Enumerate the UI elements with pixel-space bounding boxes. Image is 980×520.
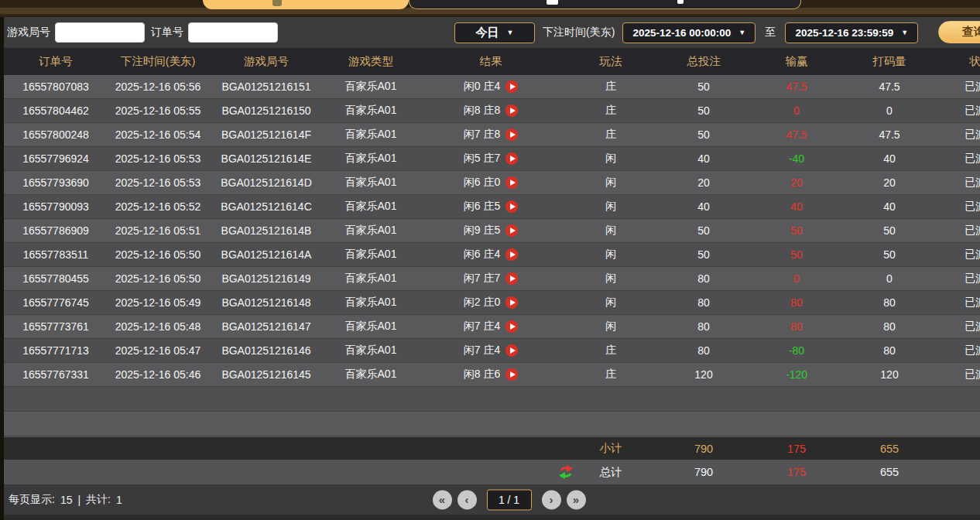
cell-status: 已派彩 — [936, 272, 980, 286]
tab-active[interactable] — [203, 0, 409, 9]
cell-bet-time: 2025-12-16 05:53 — [108, 152, 208, 165]
play-replay-icon[interactable] — [505, 200, 518, 213]
cell-game-round: BGA01251216148 — [208, 296, 324, 309]
cell-game-round: BGA01251216145 — [208, 368, 324, 381]
table-row[interactable]: 16557790093 2025-12-16 05:52 BGA01251216… — [4, 195, 980, 219]
subtotal-turnover: 655 — [843, 443, 936, 455]
cell-game-round: BGA01251216151 — [208, 80, 324, 93]
cell-play: 闲 — [564, 152, 657, 166]
result-text: 闲8 庄8 — [464, 104, 500, 118]
cell-play: 庄 — [564, 368, 657, 381]
end-time-dropdown[interactable]: 2025-12-16 23:59:59 ▼ — [785, 22, 918, 43]
table-row[interactable]: 16557804462 2025-12-16 05:55 BGA01251216… — [4, 99, 980, 123]
header-result: 结果 — [417, 54, 564, 69]
play-replay-icon[interactable] — [505, 104, 518, 117]
cell-game-type: 百家乐A01 — [324, 176, 417, 190]
cell-turnover: 50 — [843, 248, 936, 261]
result-text: 闲6 庄0 — [464, 176, 500, 190]
cell-result: 闲2 庄0 — [417, 296, 564, 310]
swap-currency-icon[interactable] — [558, 464, 574, 480]
cell-play: 闲 — [564, 200, 657, 214]
order-no-input[interactable] — [188, 22, 278, 43]
play-replay-icon[interactable] — [505, 344, 518, 357]
subtotal-total-bet: 790 — [657, 443, 750, 455]
table-row[interactable]: 16557800248 2025-12-16 05:54 BGA01251216… — [4, 123, 980, 147]
cell-bet-time: 2025-12-16 05:56 — [108, 80, 208, 93]
cell-game-round: BGA01251216149 — [208, 272, 324, 285]
cell-turnover: 47.5 — [843, 80, 936, 93]
table-row[interactable]: 16557767331 2025-12-16 05:46 BGA01251216… — [4, 363, 980, 387]
cell-turnover: 50 — [843, 224, 936, 237]
play-replay-icon[interactable] — [505, 296, 518, 309]
date-preset-value: 今日 — [476, 26, 499, 40]
play-replay-icon[interactable] — [505, 224, 518, 237]
first-page-button[interactable]: « — [433, 490, 452, 509]
table-row[interactable]: 16557776745 2025-12-16 05:49 BGA01251216… — [4, 291, 980, 315]
play-replay-icon[interactable] — [505, 176, 518, 189]
cell-result: 闲6 庄4 — [417, 248, 564, 262]
prev-page-button[interactable]: ‹ — [457, 490, 477, 509]
divider: | — [77, 494, 81, 506]
subtotal-win-loss: 175 — [750, 443, 843, 455]
table-row[interactable]: 16557796924 2025-12-16 05:53 BGA01251216… — [4, 147, 980, 171]
table-row[interactable]: 16557793690 2025-12-16 05:53 BGA01251216… — [4, 171, 980, 195]
play-triangle — [510, 299, 516, 306]
cell-play: 闲 — [564, 320, 657, 334]
play-replay-icon[interactable] — [505, 80, 518, 93]
play-replay-icon[interactable] — [505, 320, 518, 333]
result-text: 闲7 庄8 — [464, 128, 500, 142]
pager-controls: « ‹ 1 / 1 › » — [433, 489, 586, 510]
cell-game-type: 百家乐A01 — [324, 272, 417, 286]
page-indicator[interactable]: 1 / 1 — [487, 489, 532, 510]
cell-status: 已派彩 — [936, 200, 980, 214]
play-replay-icon[interactable] — [505, 128, 518, 141]
play-replay-icon[interactable] — [505, 368, 518, 381]
top-tab-strip — [0, 0, 980, 17]
cell-turnover: 120 — [843, 368, 936, 381]
table-row[interactable]: 16557780455 2025-12-16 05:50 BGA01251216… — [4, 267, 980, 291]
total-win-loss: 175 — [750, 466, 843, 478]
header-play: 玩法 — [564, 54, 657, 69]
play-replay-icon[interactable] — [505, 248, 518, 261]
cell-bet-time: 2025-12-16 05:52 — [108, 200, 208, 213]
cell-game-round: BGA0125121614B — [208, 224, 324, 237]
result-text: 闲0 庄4 — [464, 80, 500, 94]
date-preset-dropdown[interactable]: 今日 ▼ — [454, 22, 535, 43]
play-triangle — [510, 275, 516, 282]
play-replay-icon[interactable] — [505, 152, 518, 165]
order-no-label: 订单号 — [151, 26, 183, 39]
cell-result: 闲7 庄4 — [417, 344, 564, 358]
last-page-button[interactable]: » — [567, 490, 586, 509]
active-tab-icon — [272, 0, 282, 6]
game-round-input[interactable] — [55, 22, 145, 43]
cell-status: 已派彩 — [936, 296, 980, 310]
start-time-dropdown[interactable]: 2025-12-16 00:00:00 ▼ — [622, 22, 756, 43]
cell-play: 闲 — [564, 272, 657, 286]
cell-total-bet: 80 — [657, 344, 750, 357]
cell-play: 庄 — [564, 344, 657, 358]
play-replay-icon[interactable] — [505, 272, 518, 285]
tab-inactive[interactable] — [409, 0, 801, 9]
next-page-button[interactable]: › — [542, 490, 561, 509]
table-row[interactable]: 16557773761 2025-12-16 05:48 BGA01251216… — [4, 315, 980, 339]
cell-turnover: 20 — [843, 176, 936, 189]
table-row[interactable]: 16557771713 2025-12-16 05:47 BGA01251216… — [4, 339, 980, 363]
table-header-clip: 订单号 下注时间(美东) 游戏局号 游戏类型 结果 玩法 总投注 输赢 打码量 … — [4, 48, 980, 75]
cell-win-loss: -120 — [750, 368, 843, 381]
cell-order-no: 16557767331 — [4, 368, 108, 381]
chevron-down-icon: ▼ — [738, 29, 745, 36]
empty-row — [4, 387, 980, 412]
table-row[interactable]: 16557783511 2025-12-16 05:50 BGA01251216… — [4, 243, 980, 267]
search-button[interactable]: 查询 — [938, 21, 980, 43]
pagination-bar: 每页显示: 15 | 共计: 1 « ‹ 1 / 1 › » — [4, 484, 980, 515]
cell-game-type: 百家乐A01 — [324, 344, 417, 358]
cell-status: 已派彩 — [936, 248, 980, 262]
cell-status: 已派彩 — [936, 320, 980, 334]
header-game-round: 游戏局号 — [208, 54, 324, 69]
result-text: 闲7 庄4 — [464, 344, 500, 358]
cell-game-type: 百家乐A01 — [324, 128, 417, 142]
cell-order-no: 16557804462 — [4, 104, 108, 117]
table-row[interactable]: 16557786909 2025-12-16 05:51 BGA01251216… — [4, 219, 980, 243]
cell-win-loss: 40 — [750, 200, 843, 213]
table-row[interactable]: 16557807083 2025-12-16 05:56 BGA01251216… — [4, 75, 980, 99]
